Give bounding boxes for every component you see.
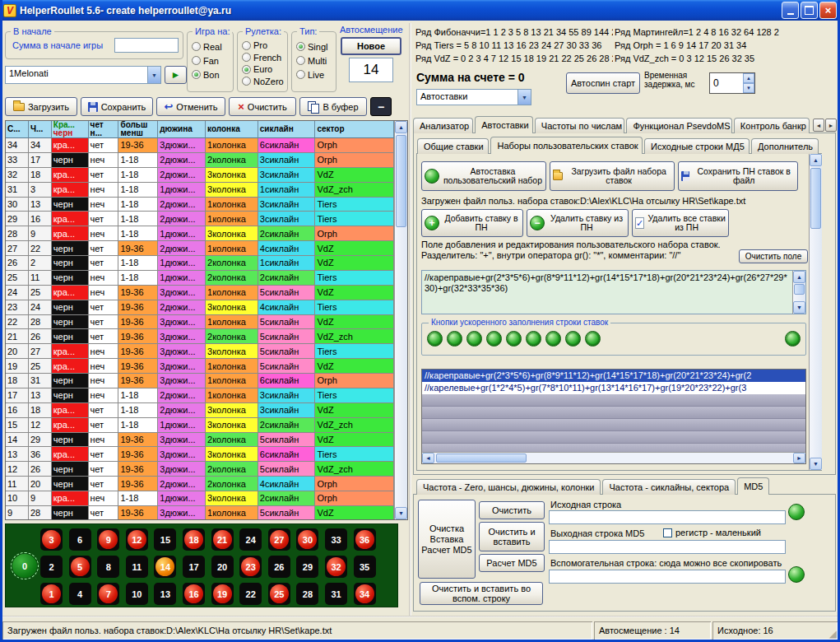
new-button[interactable]: Новое [341, 37, 401, 55]
panel-scrollbar[interactable]: ▲ ▼ [809, 154, 822, 470]
md5-clear-button[interactable]: Очистить [479, 501, 545, 519]
roulette-number-17[interactable]: 17 [183, 556, 205, 578]
radio-button-icon[interactable] [242, 65, 251, 74]
roulette-number-11[interactable]: 11 [126, 556, 148, 578]
clear-field-button[interactable]: Очистить поле [739, 249, 808, 263]
table-row[interactable]: 289кра...неч1-181дюжи...3колонка2сиклайн… [6, 226, 394, 241]
copy-button[interactable]: В буфер [299, 97, 367, 116]
sub-tab-2[interactable]: Наборы пользовательских ставок [490, 137, 643, 154]
roulette-number-19[interactable]: 19 [211, 583, 234, 605]
roulette-number-3[interactable]: 3 [40, 528, 63, 551]
radio-pro[interactable]: Pro [242, 40, 285, 52]
sub-tab-4[interactable]: Дополнитель [751, 138, 819, 154]
table-row[interactable]: 2027кра...неч19-363дюжи...3колонка5сикла… [6, 344, 394, 359]
radio-button-icon[interactable] [296, 70, 305, 79]
register-checkbox[interactable] [663, 528, 672, 537]
roulette-number-32[interactable]: 32 [325, 556, 347, 578]
radio-button-icon[interactable] [192, 42, 201, 51]
quick-fill-button-10[interactable] [785, 331, 801, 347]
chevron-down-icon[interactable]: ▼ [517, 90, 531, 105]
table-row[interactable]: 928чернчет19-363дюжи...1колонка5сиклайнV… [6, 506, 394, 519]
radio-button-icon[interactable] [192, 70, 201, 79]
md5-clear-paste-helper-button[interactable]: Очистить и вставить во вспом. строку [420, 582, 543, 605]
radio-euro[interactable]: Euro [242, 63, 285, 76]
roulette-number-18[interactable]: 18 [183, 528, 205, 551]
md5-all-in-one-button[interactable]: Очистка Вставка Расчет MD5 [418, 500, 476, 579]
roulette-number-14[interactable]: 14 [154, 556, 176, 578]
roulette-number-36[interactable]: 36 [354, 528, 376, 551]
bets-listbox[interactable]: //кареправые+gr(2*3*5*6)+gr(8*9*11*12)+g… [421, 369, 806, 464]
md5-source-input[interactable] [549, 510, 786, 524]
roulette-number-7[interactable]: 7 [97, 583, 119, 605]
roulette-number-27[interactable]: 27 [268, 528, 290, 551]
spinner-up-icon[interactable]: ▲ [743, 73, 754, 83]
table-row[interactable]: 1429черннеч19-363дюжи...2колонка5сиклайн… [6, 433, 394, 448]
roulette-number-25[interactable]: 25 [268, 583, 290, 605]
roulette-number-20[interactable]: 20 [211, 556, 234, 578]
roulette-number-15[interactable]: 15 [154, 528, 176, 551]
table-scrollbar[interactable]: ▲ ▼ [394, 121, 407, 519]
chevron-down-icon[interactable]: ▼ [147, 67, 160, 83]
roulette-number-22[interactable]: 22 [239, 583, 262, 605]
quick-fill-button-9[interactable] [585, 331, 601, 347]
table-row[interactable]: 1618кра...чет1-182дюжи...3колонка3сиклай… [6, 403, 394, 418]
autobet-user-set-button[interactable]: Автоставка пользовательский набор [421, 161, 546, 191]
radio-fan[interactable]: Fan [192, 54, 231, 67]
scroll-up-icon[interactable]: ▲ [793, 271, 805, 283]
listbox-hscrollbar[interactable]: ◄ ► [422, 452, 805, 463]
md5-calc-button[interactable]: Расчет MD5 [479, 554, 545, 572]
main-tab-4[interactable]: Функционал PsevdoMS [626, 118, 731, 133]
start-sum-input[interactable] [114, 38, 179, 53]
roulette-number-5[interactable]: 5 [69, 556, 91, 578]
radio-french[interactable]: French [242, 52, 285, 64]
scrollbar-track[interactable] [395, 133, 407, 507]
roulette-number-24[interactable]: 24 [239, 528, 262, 551]
roulette-number-35[interactable]: 35 [354, 556, 376, 578]
scroll-right-icon[interactable]: ► [793, 453, 805, 463]
md5-helper-input[interactable] [549, 570, 786, 584]
table-row[interactable]: 3218кра...чет1-182дюжи...3колонка3сиклай… [6, 168, 394, 183]
table-row[interactable]: 1226чернчет19-363дюжи...2колонка5сиклайн… [6, 462, 394, 477]
clear-button[interactable]: ×Очистить [229, 97, 296, 116]
roulette-number-34[interactable]: 34 [354, 583, 376, 605]
roulette-number-26[interactable]: 26 [268, 556, 290, 578]
quick-fill-button-1[interactable] [427, 331, 443, 347]
roulette-number-1[interactable]: 1 [40, 583, 63, 605]
scroll-down-icon[interactable]: ▼ [793, 301, 805, 314]
scroll-left-icon[interactable]: ◄ [422, 453, 434, 463]
roulette-number-12[interactable]: 12 [126, 528, 148, 551]
table-row[interactable]: 3013черннеч1-182дюжи...1колонка3сиклайнT… [6, 198, 394, 212]
scrollbar-thumb[interactable] [794, 284, 805, 295]
save-bets-file-button[interactable]: Сохранить ПН ставок в файл [678, 161, 798, 191]
minimize-button[interactable] [782, 2, 799, 19]
maximize-button[interactable] [801, 2, 818, 19]
roulette-number-21[interactable]: 21 [211, 528, 234, 551]
resize-grip[interactable]: ◢ [829, 629, 837, 639]
main-tab-2[interactable]: Автоставки [475, 116, 533, 133]
delete-all-bets-button[interactable]: ✓ Удалить все ставки из ПН [632, 209, 729, 237]
roulette-number-13[interactable]: 13 [154, 583, 176, 605]
roulette-number-28[interactable]: 28 [296, 583, 318, 605]
scroll-up-icon[interactable]: ▲ [810, 154, 822, 166]
quick-fill-button-2[interactable] [447, 331, 462, 347]
table-row[interactable]: 2126чернчет19-363дюжи...2колонка5сиклайн… [6, 329, 394, 344]
play-button[interactable]: ► [165, 66, 187, 84]
table-row[interactable]: 2228чернчет19-363дюжи...1колонка5сиклайн… [6, 315, 394, 330]
table-row[interactable]: 1713черннеч1-182дюжи...1колонка3сиклайнT… [6, 388, 394, 403]
table-row[interactable]: 2916кра...чет1-182дюжи...1колонка3сиклай… [6, 212, 394, 226]
roulette-number-23[interactable]: 23 [239, 556, 262, 578]
roulette-number-8[interactable]: 8 [97, 556, 119, 578]
scroll-down-icon[interactable]: ▼ [395, 507, 407, 519]
freq-tab-1[interactable]: Частота - Zero, шансы, дюжины, колонки [416, 479, 601, 495]
table-row[interactable]: 1120чернчет19-362дюжи...2колонка4сиклайн… [6, 477, 394, 491]
tab-scroll-left-icon[interactable]: ◄ [813, 119, 824, 132]
delete-bet-button[interactable]: − Удалить ставку из ПН [527, 209, 629, 237]
radio-singl[interactable]: Singl [296, 40, 334, 54]
radio-button-icon[interactable] [296, 56, 305, 65]
roulette-number-4[interactable]: 4 [69, 583, 91, 605]
radio-button-icon[interactable] [242, 77, 251, 86]
delay-spinner[interactable]: 0 ▲ ▼ [709, 72, 755, 94]
md5-source-ball-button[interactable] [788, 504, 805, 520]
add-bet-button[interactable]: + Добавить ставку в ПН [421, 209, 523, 237]
undo-button[interactable]: ↩Отменить [156, 97, 225, 116]
